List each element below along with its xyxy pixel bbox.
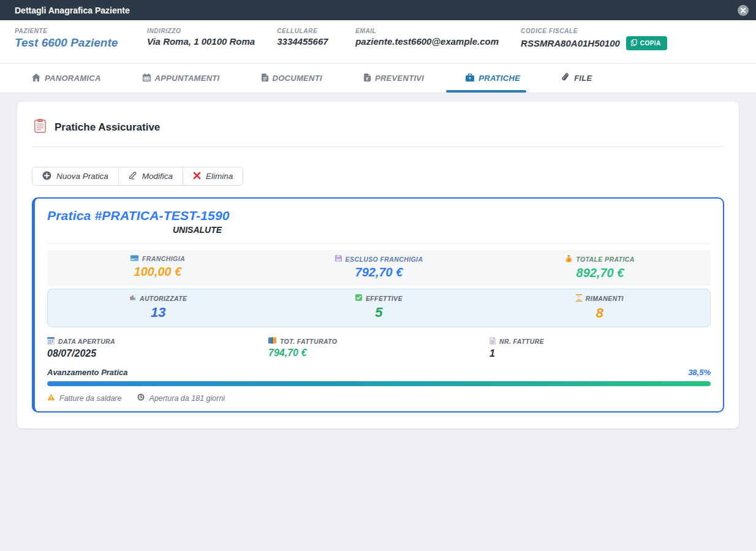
modal-title: Dettagli Anagrafica Paziente — [15, 6, 130, 15]
tab-bar: PANORAMICA APPUNTAMENTI DOCUMENTI € PREV… — [0, 64, 756, 93]
invoice-book-icon — [268, 337, 276, 345]
stat-label-text: RIMANENTI — [586, 295, 624, 302]
credit-card-icon — [130, 255, 138, 262]
stat-label-text: TOT. FATTURATO — [280, 338, 337, 345]
phone-field: CELLULARE 3334455667 — [277, 28, 333, 47]
fiscal-code-field: CODICE FISCALE RSSMRA80A01H50100 COPIA — [521, 28, 667, 50]
tab-preventivi[interactable]: € PREVENTIVI — [360, 64, 428, 93]
stat-value-text: 792,70 € — [355, 265, 403, 279]
pratica-toolbar: Nuova Pratica Modifica Elimina — [32, 167, 243, 186]
stat-autorizzate: AUTORIZZATE 13 — [48, 289, 268, 327]
document-euro-icon: € — [364, 74, 371, 83]
stat-franchigia: FRANCHIGIA 100,00 € — [47, 250, 268, 286]
stat-label-text: ESCLUSO FRANCHIGIA — [346, 256, 423, 263]
progress-bar — [47, 381, 711, 386]
calendar-grid-icon — [47, 337, 55, 346]
delete-pratica-button[interactable]: Elimina — [183, 167, 243, 186]
patient-header: PAZIENTE Test 6600 Paziente INDIRIZZO Vi… — [0, 20, 756, 64]
stat-value-text: 1 — [490, 348, 495, 359]
page-icon — [490, 337, 496, 346]
email-label: EMAIL — [355, 28, 499, 34]
insurance-company: UNISALUTE — [173, 225, 711, 235]
document-icon — [262, 74, 268, 83]
bar-chart-icon — [129, 294, 136, 302]
stat-effettive: EFFETTIVE 5 — [268, 289, 489, 327]
edit-pratica-button[interactable]: Modifica — [118, 167, 183, 186]
copy-button[interactable]: COPIA — [626, 36, 667, 50]
card-divider — [47, 243, 711, 244]
stats-row-counts: AUTORIZZATE 13 EFFETTIVE 5 RIMANENTI — [47, 289, 711, 327]
warning-icon — [47, 393, 55, 403]
panel-header: Pratiche Assicurative — [32, 114, 724, 137]
progress-percent: 38,5% — [688, 368, 711, 377]
stats-row-details: DATA APERTURA 08/07/2025 TOT. FATTURATO … — [47, 332, 711, 362]
fiscal-code-value: RSSMRA80A01H50100 — [521, 38, 620, 48]
progress-header: Avanzamento Pratica 38,5% — [47, 368, 711, 377]
pratica-card[interactable]: Pratica #PRATICA-TEST-1590 UNISALUTE FRA… — [32, 197, 724, 412]
stat-label-text: DATA APERTURA — [58, 338, 115, 345]
page-body: Pratiche Assicurative Nuova Pratica Modi… — [0, 93, 756, 437]
calendar-icon — [143, 74, 151, 83]
tab-documenti[interactable]: DOCUMENTI — [258, 64, 326, 93]
stat-value-text: 5 — [375, 305, 382, 321]
tab-file[interactable]: FILE — [558, 64, 595, 93]
stat-totale-pratica: $ TOTALE PRATICA 892,70 € — [490, 250, 711, 286]
clipboard-icon — [34, 119, 46, 135]
stat-label-text: AUTORIZZATE — [140, 295, 187, 302]
floppy-disk-icon — [335, 255, 342, 263]
address-label: INDIRIZZO — [147, 28, 255, 34]
money-bag-icon: $ — [565, 255, 572, 264]
open-days-badge: Apertura da 181 giorni — [137, 393, 225, 403]
address-value: Via Roma, 1 00100 Roma — [147, 36, 255, 47]
stat-escluso-franchigia: ESCLUSO FRANCHIGIA 792,70 € — [268, 250, 490, 286]
email-field: EMAIL paziente.test6600@example.com — [355, 28, 499, 47]
tab-label: PANORAMICA — [45, 74, 101, 83]
modal-titlebar: Dettagli Anagrafica Paziente — [0, 0, 756, 20]
tab-label: APPUNTAMENTI — [155, 74, 220, 83]
stat-data-apertura: DATA APERTURA 08/07/2025 — [47, 332, 268, 362]
new-pratica-button[interactable]: Nuova Pratica — [32, 167, 119, 186]
new-pratica-label: Nuova Pratica — [56, 172, 108, 181]
delete-pratica-label: Elimina — [206, 172, 233, 181]
fiscal-code-label: CODICE FISCALE — [521, 28, 667, 34]
stat-tot-fatturato: TOT. FATTURATO 794,70 € — [268, 332, 490, 362]
phone-value: 3334455667 — [277, 36, 333, 47]
tab-label: DOCUMENTI — [273, 74, 322, 83]
copy-button-label: COPIA — [640, 40, 661, 47]
pratica-title: Pratica #PRATICA-TEST-1590 — [47, 208, 711, 223]
address-field: INDIRIZZO Via Roma, 1 00100 Roma — [147, 28, 255, 47]
progress-label: Avanzamento Pratica — [47, 368, 128, 377]
clock-icon — [137, 393, 145, 403]
tab-panoramica[interactable]: PANORAMICA — [28, 64, 105, 93]
check-square-icon — [355, 294, 362, 302]
stats-row-amounts: FRANCHIGIA 100,00 € ESCLUSO FRANCHIGIA 7… — [47, 250, 711, 286]
stat-value-text: 100,00 € — [134, 265, 182, 279]
briefcase-icon — [466, 74, 474, 83]
stat-nr-fatture: NR. FATTURE 1 — [490, 332, 711, 362]
tab-pratiche[interactable]: PRATICHE — [462, 64, 524, 93]
stat-rimanenti: RIMANENTI 8 — [490, 289, 710, 327]
card-footer: Fatture da saldare Apertura da 181 giorn… — [47, 393, 711, 403]
stat-label-text: TOTALE PRATICA — [576, 256, 634, 263]
tab-label: FILE — [574, 74, 592, 83]
patient-label: PAZIENTE — [15, 28, 125, 34]
patient-name: Test 6600 Paziente — [15, 36, 125, 50]
patient-name-field: PAZIENTE Test 6600 Paziente — [15, 28, 125, 50]
pencil-icon — [129, 171, 137, 181]
x-delete-icon — [193, 172, 201, 181]
stat-value-text: 8 — [596, 305, 603, 321]
stat-label-text: EFFETTIVE — [366, 295, 403, 302]
close-icon[interactable] — [738, 5, 749, 16]
email-value: paziente.test6600@example.com — [355, 36, 499, 47]
badge-label: Apertura da 181 giorni — [149, 394, 225, 403]
home-icon — [32, 74, 40, 83]
copy-icon — [631, 39, 637, 47]
panel-title: Pratiche Assicurative — [55, 121, 160, 134]
unpaid-invoices-badge: Fatture da saldare — [47, 393, 121, 403]
stat-value-text: 892,70 € — [576, 266, 624, 280]
hourglass-icon — [576, 294, 582, 303]
plus-circle-icon — [42, 171, 51, 182]
stat-label-text: FRANCHIGIA — [142, 255, 185, 262]
panel-divider — [32, 146, 724, 147]
tab-appuntamenti[interactable]: APPUNTAMENTI — [139, 64, 224, 93]
